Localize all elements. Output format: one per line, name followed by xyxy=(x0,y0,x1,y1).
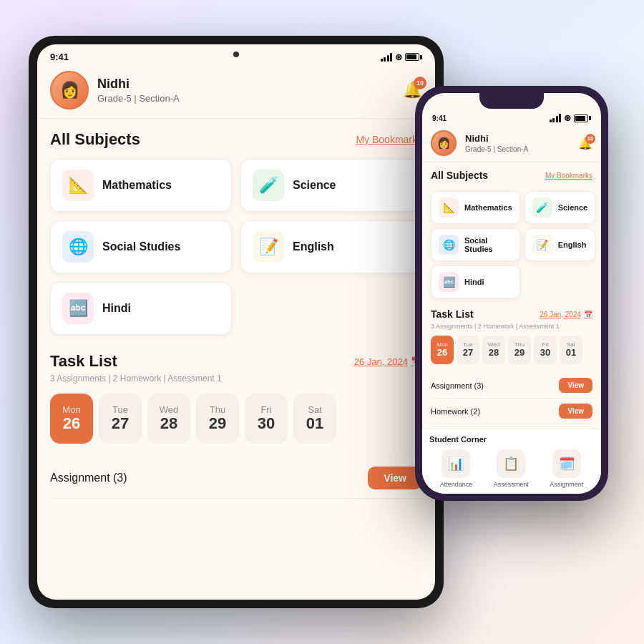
assignment-corner-label: Assignment xyxy=(550,481,583,488)
tablet-camera xyxy=(233,52,239,57)
corner-assessment[interactable]: 📋 Assessment xyxy=(494,449,529,488)
phone-assignment-label: Assignment (3) xyxy=(431,381,484,390)
bell-container[interactable]: 🔔 10 xyxy=(403,81,422,99)
phone-social-icon: 🌐 xyxy=(439,235,459,255)
tablet-profile-header: 👩 Nidhi Grade-5 | Section-A 🔔 10 xyxy=(37,65,435,119)
phone-cal-day-4[interactable]: Fri 30 xyxy=(534,336,557,364)
phone-profile-grade: Grade-5 | Section-A xyxy=(465,145,578,153)
cal-day-2[interactable]: Wed 28 xyxy=(147,394,190,444)
phone-homework-view-btn[interactable]: View xyxy=(559,404,592,419)
phone-profile-info: Nidhi Grade-5 | Section-A xyxy=(465,133,578,153)
phone-cal-day-5[interactable]: Sat 01 xyxy=(560,336,582,364)
subject-card-science[interactable]: 🧪 Science xyxy=(240,159,422,212)
phone-cal-day-0[interactable]: Mon 26 xyxy=(431,336,454,364)
hindi-icon: 🔤 xyxy=(62,293,94,324)
corner-attendance[interactable]: 📊 Attendance xyxy=(440,449,473,488)
task-row-assignment: Assignment (3) View xyxy=(50,458,422,499)
calendar-row: Mon 26 Tue 27 Wed 28 Thu 29 xyxy=(50,394,422,444)
phone-task-subtitle: 3 Assignments | 2 Homework | Assessment … xyxy=(431,323,592,330)
bookmarks-link[interactable]: My Bookmarks xyxy=(356,134,422,145)
subject-name-hindi: Hindi xyxy=(102,302,131,315)
tablet-status-icons: ⊛ xyxy=(381,52,423,62)
student-corner-title: Student Corner xyxy=(429,435,594,444)
cal-day-3[interactable]: Thu 29 xyxy=(196,394,239,444)
tablet-time: 9:41 xyxy=(50,52,69,62)
assignment-view-button[interactable]: View xyxy=(368,467,422,489)
scene: 9:41 ⊛ 👩 Nidhi Grade-5 | Sect xyxy=(14,14,630,630)
math-icon: 📐 xyxy=(62,170,94,201)
tablet: 9:41 ⊛ 👩 Nidhi Grade-5 | Sect xyxy=(29,36,444,608)
phone-task-row-1: Homework (2) View xyxy=(431,399,592,424)
phone-hindi-icon: 🔤 xyxy=(439,272,459,292)
phone-time: 9:41 xyxy=(432,114,447,122)
assignment-icon: 🗓️ xyxy=(552,449,581,478)
cal-day-5[interactable]: Sat 01 xyxy=(293,394,336,444)
phone-subject-name-hindi: Hindi xyxy=(464,278,484,286)
attendance-icon: 📊 xyxy=(441,449,470,478)
assignment-label: Assignment (3) xyxy=(50,472,127,484)
phone-bell-container[interactable]: 🔔 10 xyxy=(578,137,592,150)
phone-task-date: 26 Jan, 2024 📅 xyxy=(540,311,592,318)
phone-subjects-title: All Subjects xyxy=(431,170,488,181)
phone-homework-label: Homework (2) xyxy=(431,407,480,416)
subject-card-social[interactable]: 🌐 Social Studies xyxy=(50,220,232,273)
subject-card-hindi[interactable]: 🔤 Hindi xyxy=(50,282,232,335)
phone-subject-science[interactable]: 🧪 Science xyxy=(525,191,596,224)
phone-subject-name-math: Mathematics xyxy=(464,203,512,212)
phone-subject-social[interactable]: 🌐 Social Studies xyxy=(431,228,520,261)
subject-name-social: Social Studies xyxy=(102,240,180,253)
phone-notification-badge: 10 xyxy=(585,134,595,144)
phone-content: All Subjects My Bookmarks 📐 Mathematics … xyxy=(422,162,601,429)
subject-name-science: Science xyxy=(293,179,336,192)
phone-signal-icon xyxy=(550,114,562,122)
phone-bookmarks-link[interactable]: My Bookmarks xyxy=(545,172,592,180)
phone-task-title: Task List xyxy=(431,308,474,320)
subject-name-math: Mathematics xyxy=(102,179,172,192)
phone-subjects-header: All Subjects My Bookmarks xyxy=(431,170,592,181)
subjects-grid: 📐 Mathematics 🧪 Science 🌐 Social Studies… xyxy=(50,159,422,335)
wifi-icon: ⊛ xyxy=(395,52,402,62)
subject-card-english[interactable]: 📝 English xyxy=(240,220,422,273)
student-corner: Student Corner 📊 Attendance 📋 Assessment… xyxy=(422,429,601,494)
profile-info: Nidhi Grade-5 | Section-A xyxy=(97,77,403,104)
cal-day-1[interactable]: Tue 27 xyxy=(99,394,142,444)
phone-subject-english[interactable]: 📝 English xyxy=(525,228,596,261)
cal-day-0[interactable]: Mon 26 xyxy=(50,394,93,444)
subject-card-math[interactable]: 📐 Mathematics xyxy=(50,159,232,212)
phone-math-icon: 📐 xyxy=(439,197,459,218)
phone-cal-day-3[interactable]: Thu 29 xyxy=(508,336,531,364)
phone-subject-hindi[interactable]: 🔤 Hindi xyxy=(431,265,520,298)
phone-calendar-row: Mon 26 Tue 27 Wed 28 Thu 29 xyxy=(431,336,592,364)
phone-status-icons: ⊛ xyxy=(550,113,592,123)
phone-subject-name-science: Science xyxy=(558,203,588,212)
avatar: 👩 xyxy=(50,71,89,109)
phone-science-icon: 🧪 xyxy=(532,197,552,218)
phone: 9:41 ⊛ 👩 Nidhi Grade-5 | Sect xyxy=(415,86,608,501)
profile-grade: Grade-5 | Section-A xyxy=(97,93,403,104)
science-icon: 🧪 xyxy=(253,170,284,201)
task-date: 26 Jan, 2024 📅 xyxy=(354,356,422,367)
task-list-title: Task List xyxy=(50,352,117,371)
subjects-title: All Subjects xyxy=(50,130,140,149)
phone-subject-name-social: Social Studies xyxy=(464,236,512,253)
phone-cal-day-2[interactable]: Wed 28 xyxy=(482,336,505,364)
assessment-icon: 📋 xyxy=(497,449,525,478)
notification-badge: 10 xyxy=(414,77,426,89)
phone-task-header: Task List 26 Jan, 2024 📅 xyxy=(431,308,592,320)
phone-assignment-view-btn[interactable]: View xyxy=(559,378,592,393)
phone-screen: 9:41 ⊛ 👩 Nidhi Grade-5 | Sect xyxy=(422,93,601,494)
corner-assignment[interactable]: 🗓️ Assignment xyxy=(550,449,583,488)
task-list-header: Task List 26 Jan, 2024 📅 xyxy=(50,352,422,371)
phone-battery-icon xyxy=(574,114,591,122)
battery-icon xyxy=(405,53,422,61)
assessment-label: Assessment xyxy=(494,481,529,488)
subject-name-english: English xyxy=(293,240,334,253)
phone-subjects-grid: 📐 Mathematics 🧪 Science 🌐 Social Studies… xyxy=(431,191,592,298)
phone-notch xyxy=(479,93,544,109)
phone-subject-math[interactable]: 📐 Mathematics xyxy=(431,191,520,224)
phone-task-row-0: Assignment (3) View xyxy=(431,373,592,399)
attendance-label: Attendance xyxy=(440,481,473,488)
phone-cal-day-1[interactable]: Tue 27 xyxy=(457,336,479,364)
cal-day-4[interactable]: Fri 30 xyxy=(245,394,288,444)
phone-profile-name: Nidhi xyxy=(465,133,578,144)
